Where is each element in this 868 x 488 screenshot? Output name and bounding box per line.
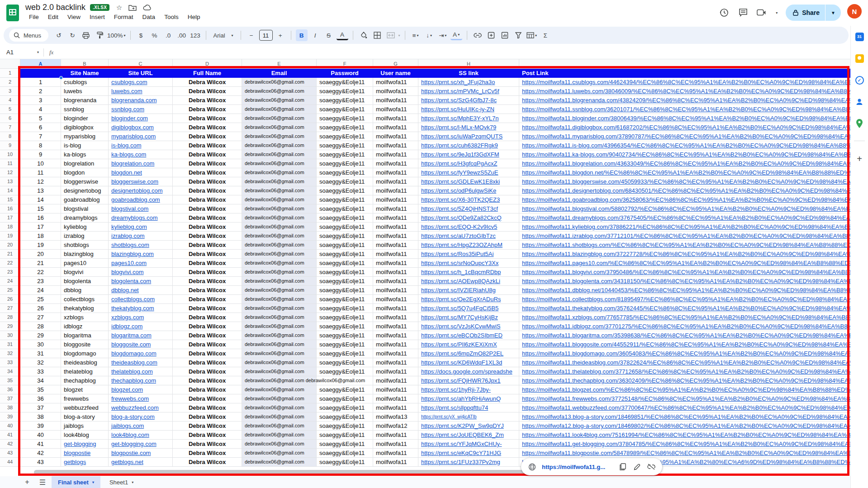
cell-post-link[interactable]: https://moilfwofa11.kylieblog.com/378862…	[519, 223, 850, 232]
cell-email[interactable]: debrawilcox06@gmail.com	[242, 114, 317, 123]
menu-insert[interactable]: Insert	[86, 12, 109, 22]
cell-full-name[interactable]: Debra Wilcox	[173, 241, 242, 250]
cell-username[interactable]: moilfwofa12	[373, 422, 418, 431]
cell-username[interactable]: moilfwofa11	[373, 376, 418, 385]
insert-comment-button[interactable]	[485, 29, 497, 41]
cell-email[interactable]: debrawilcox06@gmail.com	[242, 204, 317, 213]
cell-password[interactable]: soaeggy&Eolje11	[317, 150, 373, 159]
row-header-16[interactable]: 16	[0, 204, 20, 213]
row-header-43[interactable]: 43	[0, 449, 20, 458]
cell-index[interactable]: 39	[20, 422, 61, 431]
cell-full-name[interactable]: Debra Wilcox	[173, 358, 242, 367]
cell-password[interactable]: soaeggy&Eolje11	[317, 322, 373, 331]
cell-email[interactable]: debrawilcox06@gmail.com	[242, 458, 317, 467]
cell-full-name[interactable]: Debra Wilcox	[173, 313, 242, 322]
cell-full-name[interactable]: Debra Wilcox	[173, 331, 242, 340]
menu-file[interactable]: File	[25, 12, 43, 22]
cell-ss-link[interactable]: https://prnt.sc/6mpZmO82P2EL	[418, 349, 519, 358]
cell-full-name[interactable]: Debra Wilcox	[173, 295, 242, 304]
cell-ss-link[interactable]: https://prnt.sc/eKqC9cY71HJG	[418, 449, 519, 458]
cell-index[interactable]: 24	[20, 286, 61, 295]
cell-post-link[interactable]: https://moilfwofa11.myparisblog.com/3789…	[519, 132, 850, 141]
cell-ss-link[interactable]: https://prnt.sc/srNoOupcY3Xx	[418, 259, 519, 268]
cell-site-url[interactable]: frewwebs.com	[109, 394, 173, 403]
cell-index[interactable]: 26	[20, 304, 61, 313]
column-letter-G[interactable]: G	[373, 59, 418, 68]
cell-site-url[interactable]: is-blog.com	[109, 141, 173, 150]
tab-sheet1[interactable]: Sheet1▾	[103, 476, 140, 488]
cell-ss-link[interactable]: https://prnt.sc/aU7ztoGIbTzc	[418, 232, 519, 241]
cell-username[interactable]: moilfwofa11	[373, 394, 418, 403]
cell-site-name[interactable]: is-blog	[61, 141, 109, 150]
cell-site-url[interactable]: csublogs.com	[109, 78, 173, 87]
cell-username[interactable]: moilfwofa11	[373, 367, 418, 376]
cell-site-name[interactable]: blazingblog	[61, 250, 109, 259]
cell-post-link[interactable]: https://moilfwofa11.blogrelation.com/436…	[519, 159, 850, 168]
cell-full-name[interactable]: Debra Wilcox	[173, 105, 242, 114]
cell-email[interactable]: debrawilcox06@gmail.com	[242, 186, 317, 195]
cell-site-name[interactable]: idblogz	[61, 322, 109, 331]
cell-password[interactable]: soaeggy&Eolje11	[317, 349, 373, 358]
cell-ss-link[interactable]: https://prnt.sc/9eJq1f3GdXFM	[418, 150, 519, 159]
cell-full-name[interactable]: Debra Wilcox	[173, 232, 242, 241]
cell-username[interactable]: moilfwofa11	[373, 114, 418, 123]
row-header-21[interactable]: 21	[0, 250, 20, 259]
cell-password[interactable]: soaeggy&Eolje11	[317, 440, 373, 449]
cell-post-link[interactable]: https://moilfwofa11.thelateblog.com/3771…	[519, 367, 850, 376]
cell-post-link[interactable]: https://moilfwofa11.theideasblog.com/378…	[519, 358, 850, 367]
cell-site-name[interactable]: luwebs	[61, 87, 109, 96]
cell-site-name[interactable]: get-blogging	[61, 440, 109, 449]
cell-post-link[interactable]: https://moilfwofa11.thekatyblog.com/3576…	[519, 304, 850, 313]
calendar-icon[interactable]: 31	[855, 32, 864, 41]
cell-site-url[interactable]: blogvivi.com	[109, 268, 173, 277]
cell-username[interactable]: moilfwofa11	[373, 96, 418, 105]
cell-full-name[interactable]: Debra Wilcox	[173, 322, 242, 331]
cell-email[interactable]: debrawilcox06@gmail.com	[242, 295, 317, 304]
cell-username[interactable]: moilfwofa11	[373, 286, 418, 295]
menu-tools[interactable]: Tools	[161, 12, 182, 22]
cell-username[interactable]: moilfwofa11	[373, 195, 418, 204]
cell-site-url[interactable]: blogrenanda.com	[109, 96, 173, 105]
cell-index[interactable]: 32	[20, 358, 61, 367]
cell-username[interactable]: moilfwofa11	[373, 449, 418, 458]
redo-button[interactable]: ↻	[66, 29, 78, 41]
cell-email[interactable]: debrawilcox06@gmail.com	[242, 105, 317, 114]
cell-site-url[interactable]: dbblog.net	[109, 286, 173, 295]
cell-ss-link[interactable]: https://prnt.sc/iuWaPzqmQUTS	[418, 132, 519, 141]
cell-ss-link[interactable]: https://prnt.sc/H3gfcqPgAcxZ	[418, 159, 519, 168]
cell-username[interactable]: moilfwofa11	[373, 340, 418, 349]
cell-index[interactable]: 17	[20, 223, 61, 232]
cell-full-name[interactable]: Debra Wilcox	[173, 367, 242, 376]
cell-full-name[interactable]: Debra Wilcox	[173, 286, 242, 295]
cell-ss-link[interactable]: https://prnt.sc/AOEwp8QAzkLi	[418, 277, 519, 286]
cell-site-name[interactable]: myparisblog	[61, 132, 109, 141]
cell-site-url[interactable]: kylieblog.com	[109, 223, 173, 232]
cell-username[interactable]: moilfwofa11	[373, 349, 418, 358]
cell-username[interactable]: moilfwofa11	[373, 132, 418, 141]
cell-index[interactable]: 31	[20, 349, 61, 358]
cell-index[interactable]: 19	[20, 241, 61, 250]
cell-ss-link[interactable]: https://prnt.sc/Oe2EgXrADuRs	[418, 295, 519, 304]
cell-site-name[interactable]: blogdon	[61, 168, 109, 177]
cell-password[interactable]: soaeggy&Eolje11	[317, 223, 373, 232]
video-call-caret[interactable]: ▾	[776, 11, 778, 15]
cell-password[interactable]: soaeggy&Eolje11	[317, 268, 373, 277]
cell-full-name[interactable]: Debra Wilcox	[173, 259, 242, 268]
cell-username[interactable]: moilfwofa11	[373, 150, 418, 159]
cell-index[interactable]: 10	[20, 159, 61, 168]
cell-site-url[interactable]: ssnblog.com	[109, 105, 173, 114]
cell-username[interactable]: moilfwofa11	[373, 322, 418, 331]
share-caret[interactable]: ▼	[825, 10, 841, 15]
cell-password[interactable]: soaeggy&Eolje11	[317, 114, 373, 123]
cell-site-url[interactable]: blogdon.net	[109, 168, 173, 177]
cell-site-url[interactable]: goabroadblog.com	[109, 195, 173, 204]
cell-full-name[interactable]: Debra Wilcox	[173, 458, 242, 467]
cell-password[interactable]: soaeggy&Eolje11	[317, 394, 373, 403]
menu-view[interactable]: View	[64, 12, 84, 22]
cell-email[interactable]: debrawilcox06@gmail.com	[242, 322, 317, 331]
cell-post-link[interactable]: https://moilfwofa11.collectblogs.com/818…	[519, 295, 850, 304]
cell-email[interactable]: debrawilcox06@gmail.com	[242, 78, 317, 87]
cell-site-url[interactable]: get-blogging.com	[109, 440, 173, 449]
cell-password[interactable]: soaeggy&Eolje11	[317, 403, 373, 412]
cell-post-link[interactable]: https://moilfwofa11.blogolenta.com/34318…	[519, 277, 850, 286]
